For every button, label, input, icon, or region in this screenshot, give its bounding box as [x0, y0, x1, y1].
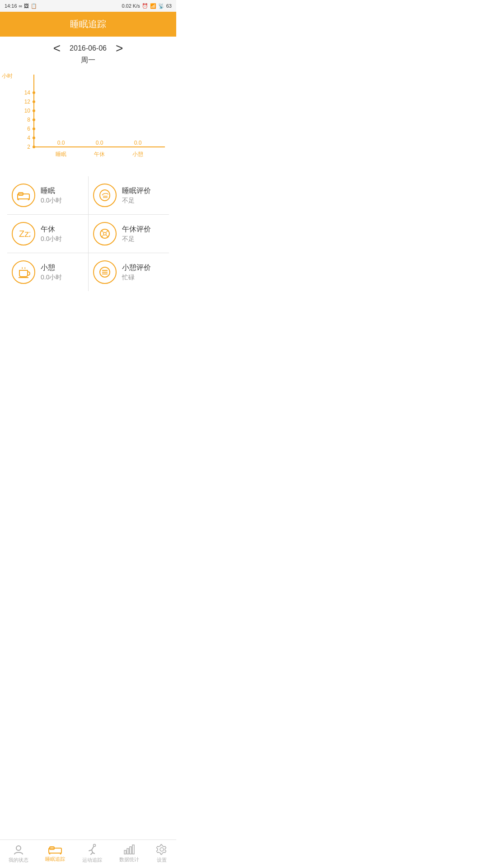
status-battery: 63 [166, 3, 172, 9]
sleep-eval-info: 睡眠评价 不足 [122, 186, 151, 205]
svg-text:10: 10 [24, 108, 31, 114]
status-speed: 0.02 K/s [122, 3, 140, 9]
status-alarm-icon: ⏰ [142, 3, 148, 9]
svg-text:2: 2 [27, 144, 30, 150]
nap-eval-info: 午休评价 不足 [122, 225, 151, 243]
status-time: 14:16 [5, 3, 17, 9]
svg-text:12: 12 [24, 99, 31, 105]
nap-eval-value: 不足 [122, 235, 151, 243]
rest-eval-icon-circle [93, 260, 117, 284]
svg-point-5 [33, 137, 35, 139]
svg-text:睡眠: 睡眠 [56, 151, 66, 157]
sleep-eval-stat[interactable]: 睡眠评价 不足 [89, 176, 169, 214]
rest-eval-value: 忙碌 [122, 274, 151, 282]
svg-point-30 [103, 232, 106, 235]
chart-svg: 2 4 6 8 10 12 14 睡眠 午休 小憩 0.0 [14, 72, 172, 163]
rest-icon-circle [12, 260, 35, 284]
svg-text:8: 8 [27, 117, 30, 123]
svg-text:6: 6 [27, 126, 30, 132]
status-signal-icon: 📡 [158, 3, 164, 9]
stats-section: 睡眠 0.0小时 睡眠评价 不足 [0, 172, 176, 291]
sleep-name: 睡眠 [41, 186, 62, 196]
svg-text:0.0: 0.0 [57, 140, 65, 146]
rest-name: 小憩 [41, 263, 62, 273]
svg-rect-22 [18, 194, 29, 199]
svg-point-9 [33, 118, 35, 121]
header-title: 睡眠追踪 [70, 19, 106, 29]
nap-stat[interactable]: Zzz 午休 0.0小时 [7, 215, 88, 253]
status-infinity: ∞ [19, 3, 23, 9]
sleep-eval-name: 睡眠评价 [122, 186, 151, 196]
nap-info: 午休 0.0小时 [41, 225, 62, 243]
rest-value: 0.0小时 [41, 274, 62, 282]
sleep-chart: 小时 2 4 6 8 10 12 14 [0, 68, 176, 172]
nap-icon-circle: Zzz [12, 222, 35, 245]
svg-point-7 [33, 127, 35, 130]
date-navigation: < 2016-06-06 > 周一 [0, 37, 176, 68]
status-bar: 14:16 ∞ 🖼 📋 0.02 K/s ⏰ 📶 📡 63 [0, 0, 176, 12]
sleep-icon-circle [12, 184, 35, 207]
svg-point-15 [33, 91, 35, 94]
svg-text:小憩: 小憩 [132, 151, 143, 157]
status-right: 0.02 K/s ⏰ 📶 📡 63 [122, 3, 172, 9]
nap-value: 0.0小时 [41, 235, 62, 243]
sleep-value: 0.0小时 [41, 197, 62, 205]
status-wifi-icon: 📶 [150, 3, 156, 9]
current-date: 2016-06-06 [70, 44, 107, 52]
svg-point-13 [33, 100, 35, 103]
sleep-stat[interactable]: 睡眠 0.0小时 [7, 176, 88, 214]
sleep-info: 睡眠 0.0小时 [41, 186, 62, 205]
nap-eval-icon-circle [93, 222, 117, 245]
nap-name: 午休 [41, 225, 62, 234]
svg-text:14: 14 [24, 90, 31, 96]
svg-point-3 [33, 146, 35, 148]
app-header: 睡眠追踪 [0, 12, 176, 37]
rest-eval-info: 小憩评价 忙碌 [122, 263, 151, 282]
svg-text:0.0: 0.0 [96, 140, 103, 146]
prev-date-button[interactable]: < [53, 42, 61, 55]
status-left: 14:16 ∞ 🖼 📋 [5, 3, 37, 9]
rest-eval-name: 小憩评价 [122, 263, 151, 273]
svg-text:4: 4 [27, 135, 30, 141]
next-date-button[interactable]: > [116, 42, 123, 55]
nap-eval-stat[interactable]: 午休评价 不足 [89, 215, 169, 253]
svg-point-11 [33, 109, 35, 112]
status-image-icon: 🖼 [24, 3, 29, 9]
status-sd-icon: 📋 [31, 3, 37, 9]
rest-eval-stat[interactable]: 小憩评价 忙碌 [89, 253, 169, 291]
rest-info: 小憩 0.0小时 [41, 263, 62, 282]
svg-text:0.0: 0.0 [134, 140, 142, 146]
chart-y-label: 小时 [2, 72, 13, 80]
sleep-eval-value: 不足 [122, 197, 151, 205]
rest-stat[interactable]: 小憩 0.0小时 [7, 253, 88, 291]
svg-text:午休: 午休 [94, 151, 105, 157]
sleep-eval-icon-circle [93, 184, 117, 207]
day-of-week: 周一 [81, 56, 95, 65]
svg-text:Zzz: Zzz [19, 229, 30, 239]
nap-eval-name: 午休评价 [122, 225, 151, 234]
